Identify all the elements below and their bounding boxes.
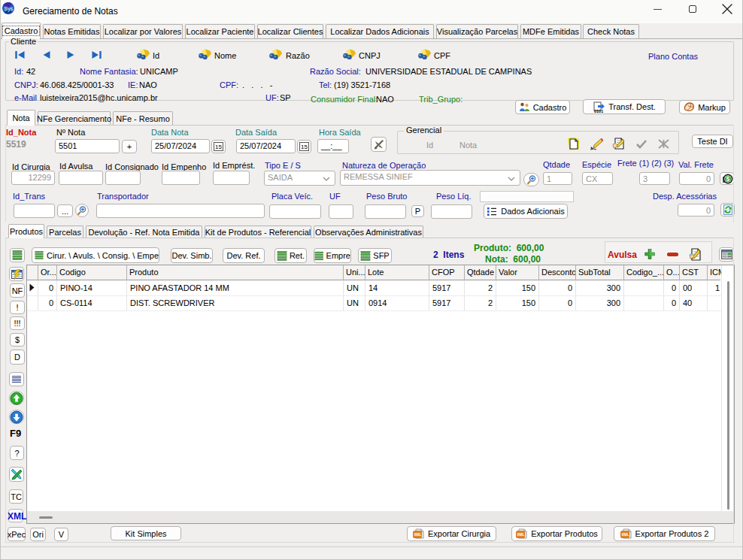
svg-text:Sys: Sys [5,6,14,12]
svg-text:$: $ [726,175,729,183]
svg-text:0101: 0101 [594,108,603,113]
